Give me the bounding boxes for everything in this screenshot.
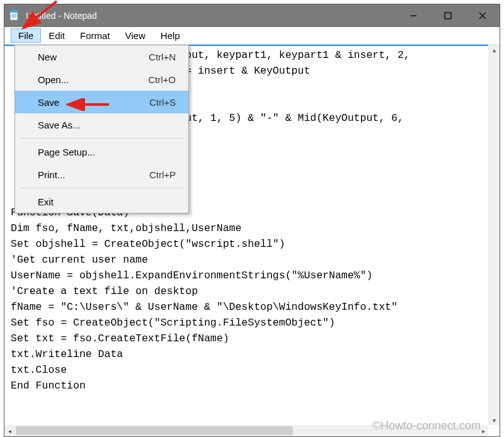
notepad-window: Untitled - Notepad File Edit Format View… <box>4 4 500 437</box>
file-menu-dropdown: New Ctrl+N Open... Ctrl+O Save Ctrl+S Sa… <box>14 45 189 213</box>
menu-file[interactable]: File <box>11 28 41 43</box>
scroll-up-icon[interactable]: ▴ <box>490 46 498 54</box>
menu-save[interactable]: Save Ctrl+S <box>15 91 188 113</box>
minimize-button[interactable] <box>396 4 430 27</box>
notepad-icon <box>9 9 21 22</box>
menu-exit[interactable]: Exit <box>15 190 188 213</box>
window-controls <box>396 4 500 27</box>
hscroll-thumb[interactable] <box>16 426 293 435</box>
menu-page-setup[interactable]: Page Setup... <box>15 140 188 163</box>
menu-print[interactable]: Print... Ctrl+P <box>15 163 188 186</box>
vertical-scrollbar[interactable]: ▴ ▾ <box>488 45 500 425</box>
menu-save-as[interactable]: Save As... <box>15 113 188 136</box>
menu-edit[interactable]: Edit <box>41 28 72 43</box>
watermark-text: ©Howto-connect.com <box>372 419 481 433</box>
scroll-left-icon[interactable]: ◂ <box>6 427 13 434</box>
editor-area: Output, keypart1, keypart1 & insert, 2, … <box>4 45 500 436</box>
menu-help[interactable]: Help <box>153 28 188 43</box>
menu-open[interactable]: Open... Ctrl+O <box>15 68 188 91</box>
menu-new[interactable]: New Ctrl+N <box>15 45 188 68</box>
svg-rect-1 <box>10 10 18 13</box>
menu-format[interactable]: Format <box>72 28 118 43</box>
menu-sep <box>20 138 183 139</box>
close-button[interactable] <box>465 4 500 27</box>
maximize-button[interactable] <box>430 4 465 27</box>
scroll-down-icon[interactable]: ▾ <box>490 416 498 424</box>
menubar: File Edit Format View Help <box>4 27 500 45</box>
svg-rect-6 <box>445 13 451 19</box>
menu-sep <box>20 188 183 188</box>
menu-view[interactable]: View <box>118 28 153 43</box>
titlebar[interactable]: Untitled - Notepad <box>4 4 500 27</box>
window-title: Untitled - Notepad <box>26 11 396 21</box>
